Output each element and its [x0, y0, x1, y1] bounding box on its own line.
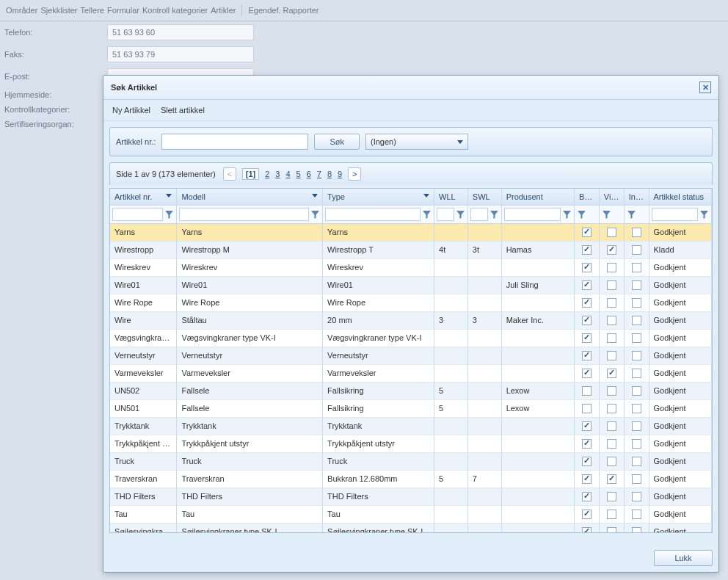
- col-header[interactable]: Inakti: [625, 189, 649, 206]
- table-row[interactable]: UN502FallseleFallsikring5LexowGodkjent: [110, 383, 712, 400]
- col-header[interactable]: Bruk f: [575, 189, 600, 206]
- filter-icon[interactable]: [164, 210, 174, 220]
- checkbox[interactable]: [607, 333, 616, 343]
- menu-slett-artikkel[interactable]: Slett artikkel: [161, 106, 205, 115]
- checkbox[interactable]: [607, 492, 616, 501]
- filter-dropdown[interactable]: (Ingen): [365, 134, 468, 150]
- checkbox[interactable]: [607, 369, 616, 378]
- checkbox[interactable]: [582, 245, 592, 255]
- checkbox[interactable]: [632, 527, 641, 532]
- checkbox[interactable]: [632, 457, 641, 466]
- table-row[interactable]: WireskrevWireskrevWireskrevGodkjent: [110, 259, 712, 277]
- checkbox[interactable]: [632, 369, 641, 378]
- nav-sjekklister[interactable]: Sjekklister: [40, 6, 77, 15]
- table-row[interactable]: Vægsvingkraner t...Vægsvingkraner type V…: [110, 330, 712, 347]
- checkbox[interactable]: [632, 298, 641, 308]
- checkbox[interactable]: [632, 510, 641, 519]
- close-icon[interactable]: ✕: [699, 81, 711, 93]
- checkbox[interactable]: [607, 351, 616, 360]
- checkbox[interactable]: [607, 280, 616, 290]
- checkbox[interactable]: [607, 263, 616, 272]
- close-button[interactable]: Lukk: [654, 550, 713, 566]
- checkbox[interactable]: [607, 457, 616, 466]
- filter-icon[interactable]: [577, 210, 586, 220]
- col-header[interactable]: Artikkel nr.: [110, 189, 177, 206]
- checkbox[interactable]: [582, 316, 592, 325]
- filter-icon[interactable]: [699, 210, 709, 220]
- nav-kontroll kategorier[interactable]: Kontroll kategorier: [142, 6, 208, 15]
- col-header[interactable]: Produsent: [502, 189, 575, 206]
- filter-icon[interactable]: [310, 210, 320, 220]
- checkbox[interactable]: [607, 527, 616, 532]
- filter-icon[interactable]: [602, 210, 611, 220]
- checkbox[interactable]: [582, 439, 592, 449]
- checkbox[interactable]: [607, 439, 616, 449]
- page-9[interactable]: 9: [338, 170, 342, 178]
- table-row[interactable]: THD FiltersTHD FiltersTHD FiltersGodkjen…: [110, 488, 712, 506]
- checkbox[interactable]: [632, 439, 641, 449]
- checkbox[interactable]: [607, 245, 616, 255]
- nav-artikler[interactable]: Artikler: [211, 6, 236, 15]
- checkbox[interactable]: [582, 280, 592, 290]
- checkbox[interactable]: [582, 404, 592, 413]
- table-row[interactable]: TrykktankTrykktankTrykktankGodkjent: [110, 418, 712, 435]
- checkbox[interactable]: [582, 333, 592, 343]
- checkbox[interactable]: [607, 474, 616, 484]
- col-header[interactable]: Vis på: [600, 189, 625, 206]
- checkbox[interactable]: [582, 527, 592, 532]
- page-4[interactable]: 4: [285, 170, 290, 178]
- checkbox[interactable]: [632, 492, 641, 501]
- checkbox[interactable]: [607, 316, 616, 325]
- checkbox[interactable]: [582, 298, 592, 308]
- article-number-input[interactable]: [161, 134, 308, 150]
- filter-icon[interactable]: [456, 210, 465, 220]
- table-row[interactable]: TauTauTauGodkjent: [110, 506, 712, 523]
- checkbox[interactable]: [632, 421, 641, 431]
- page-1[interactable]: [1]: [242, 168, 259, 180]
- filter-input[interactable]: [325, 208, 421, 221]
- checkbox[interactable]: [582, 421, 592, 431]
- menu-ny-artikkel[interactable]: Ny Artikkel: [112, 106, 150, 115]
- table-row[interactable]: YarnsYarnsYarnsGodkjent: [110, 224, 712, 242]
- page-2[interactable]: 2: [265, 170, 269, 178]
- page-6[interactable]: 6: [307, 170, 311, 178]
- checkbox[interactable]: [632, 228, 641, 237]
- checkbox[interactable]: [582, 474, 592, 484]
- col-header[interactable]: SWL: [468, 189, 502, 206]
- checkbox[interactable]: [632, 245, 641, 255]
- nav-formular[interactable]: Formular: [107, 6, 139, 15]
- table-row[interactable]: VarmevekslerVarmevekslerVarmevekslerGodk…: [110, 365, 712, 383]
- page-3[interactable]: 3: [275, 170, 280, 178]
- search-button[interactable]: Søk: [314, 134, 360, 150]
- checkbox[interactable]: [607, 421, 616, 431]
- table-row[interactable]: WireStåltau20 mm33Maker Inc.Godkjent: [110, 312, 712, 330]
- nav-områder[interactable]: Områder: [6, 6, 37, 15]
- filter-input[interactable]: [504, 208, 561, 221]
- table-row[interactable]: Wire RopeWire RopeWire RopeGodkjent: [110, 294, 712, 312]
- checkbox[interactable]: [632, 333, 641, 343]
- page-7[interactable]: 7: [317, 170, 321, 178]
- checkbox[interactable]: [632, 316, 641, 325]
- col-header[interactable]: WLL: [434, 189, 468, 206]
- table-row[interactable]: Trykkpåkjent utstyrTrykkpåkjent utstyrTr…: [110, 435, 712, 453]
- table-row[interactable]: TraverskranTraverskranBukkran 12.680mm57…: [110, 471, 712, 488]
- checkbox[interactable]: [632, 474, 641, 484]
- checkbox[interactable]: [632, 386, 641, 396]
- col-header[interactable]: Type: [323, 189, 434, 206]
- checkbox[interactable]: [632, 351, 641, 360]
- table-row[interactable]: Wire01Wire01Wire01Juli SlingGodkjent: [110, 277, 712, 294]
- checkbox[interactable]: [582, 369, 592, 378]
- checkbox[interactable]: [632, 263, 641, 272]
- filter-icon[interactable]: [562, 210, 572, 220]
- checkbox[interactable]: [607, 510, 616, 519]
- checkbox[interactable]: [582, 228, 592, 237]
- checkbox[interactable]: [582, 351, 592, 360]
- filter-icon[interactable]: [627, 210, 636, 220]
- page-5[interactable]: 5: [296, 170, 301, 178]
- col-header[interactable]: Modell: [177, 189, 323, 206]
- table-row[interactable]: Søjlesvingkraner t...Søjlesvingkraner ty…: [110, 523, 712, 532]
- checkbox[interactable]: [632, 280, 641, 290]
- table-row[interactable]: VerneutstyrVerneutstyrVerneutstyrGodkjen…: [110, 347, 712, 365]
- filter-input[interactable]: [112, 208, 163, 221]
- page-8[interactable]: 8: [327, 170, 332, 178]
